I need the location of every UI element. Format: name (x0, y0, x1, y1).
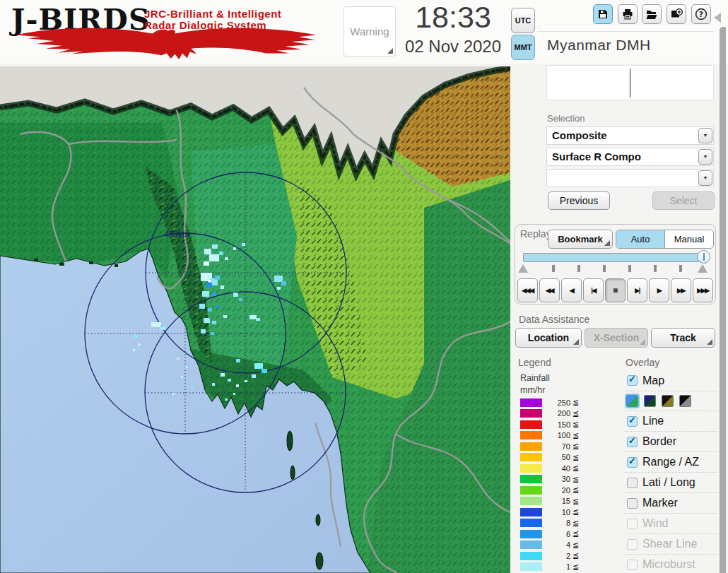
overlay-item-label: Border (642, 435, 676, 448)
select-button[interactable]: Select (652, 191, 715, 210)
help-icon: ? (695, 8, 708, 20)
forward-button[interactable]: ▶▶ (671, 278, 691, 302)
rainfall-legend: 250≦200≦150≦100≦70≦50≦40≦30≦20≦15≦10≦8≦6… (520, 397, 598, 572)
overlay-item-microburst: Microburst (625, 554, 718, 573)
track-button[interactable]: Track (651, 328, 715, 348)
map-style-swatches (625, 391, 718, 410)
add-image-button[interactable] (667, 4, 686, 24)
legend-color-swatch (520, 552, 542, 560)
open-file-icon (645, 8, 658, 20)
map-style-swatch-3[interactable] (662, 395, 674, 407)
checkbox-wind (627, 519, 638, 529)
product-info-divider (630, 69, 630, 98)
print-button[interactable] (618, 4, 638, 24)
stop-button[interactable]: ■ (605, 278, 626, 302)
legend-row: 2≦ (520, 550, 598, 562)
chevron-down-icon[interactable]: ▼ (698, 149, 712, 165)
checkbox-range-az[interactable] (627, 457, 638, 468)
radar-map-canvas: 450km (0, 66, 512, 573)
legend-value: 200 (542, 409, 570, 418)
warning-button[interactable]: Warning (344, 6, 396, 57)
legend-lte-symbol: ≦ (573, 551, 579, 560)
clock-date: 02 Nov 2020 (393, 37, 513, 57)
rewind-fast-button[interactable]: ◀◀◀ (517, 278, 538, 302)
replay-mode-segment: Auto Manual (616, 230, 714, 249)
x-section-button[interactable]: X-Section (585, 328, 648, 348)
overlay-item-shear-line: Shear Line (625, 533, 718, 554)
forward-fast-button[interactable]: ▶▶▶ (693, 278, 713, 302)
open-file-button[interactable] (642, 4, 662, 24)
step-forward-button[interactable]: ▶| (627, 278, 647, 302)
play-reverse-button[interactable]: ◀ (561, 278, 582, 302)
legend-row: 70≦ (520, 441, 598, 452)
legend-lte-symbol: ≦ (573, 562, 579, 572)
map-style-swatch-1[interactable] (626, 395, 638, 407)
slider-tick (603, 265, 606, 272)
legend-value: 250 (542, 398, 570, 407)
legend-lte-symbol: ≦ (573, 475, 579, 484)
auto-mode-button[interactable]: Auto (616, 230, 665, 248)
legend-row: 6≦ (520, 528, 598, 540)
bookmark-button[interactable]: Bookmark (548, 230, 613, 249)
slider-tick (679, 265, 682, 272)
legend-value: 50 (542, 453, 570, 461)
overlay-item-wind: Wind (625, 513, 718, 533)
legend-lte-symbol: ≦ (573, 485, 579, 495)
dropdown-value: Surface R Compo (552, 150, 641, 163)
eagle-logo-icon (7, 25, 325, 61)
legend-lte-symbol: ≦ (573, 463, 579, 473)
dropdown-product-type[interactable]: Surface R Compo ▼ (546, 148, 714, 166)
checkbox-line[interactable] (627, 416, 638, 427)
legend-value: 40 (542, 464, 570, 473)
product-info-box (546, 65, 714, 100)
legend-color-swatch (520, 508, 542, 516)
slider-tick (654, 265, 657, 272)
legend-value: 4 (542, 540, 570, 549)
overlay-item-label: Shear Line (642, 538, 697, 550)
site-title: Myanmar DMH (547, 37, 651, 54)
svg-text:?: ? (699, 10, 703, 19)
checkbox-marker[interactable] (627, 498, 638, 509)
legend-lte-symbol: ≦ (573, 442, 579, 451)
step-back-button[interactable]: |◀ (583, 278, 604, 302)
overlay-item-label: Line (642, 415, 664, 427)
slider-tick (628, 265, 631, 272)
print-icon (621, 8, 634, 20)
location-button[interactable]: Location (515, 328, 582, 348)
chevron-down-icon[interactable]: ▼ (698, 128, 712, 143)
legend-row: 1≦ (520, 562, 598, 573)
add-image-icon (670, 8, 683, 20)
map-style-swatch-2[interactable] (644, 395, 656, 407)
legend-lte-symbol: ≦ (573, 420, 579, 429)
checkbox-border[interactable] (627, 437, 638, 447)
overlay-item-line: Line (625, 410, 718, 431)
legend-lte-symbol: ≦ (573, 529, 579, 538)
rewind-button[interactable]: ◀◀ (539, 278, 560, 302)
panel-collapse-arrow-icon[interactable] (714, 13, 721, 23)
replay-range-start-marker[interactable] (518, 264, 528, 273)
previous-button[interactable]: Previous (548, 191, 610, 210)
play-button[interactable]: ▶ (649, 278, 669, 302)
replay-range-end-marker[interactable] (698, 264, 708, 273)
map-style-swatch-4[interactable] (679, 395, 691, 407)
timezone-utc-button[interactable]: UTC (511, 8, 535, 33)
checkbox-lati-long[interactable] (627, 478, 638, 488)
clock-time: 18:33 (400, 0, 506, 35)
legend-value: 2 (542, 552, 570, 560)
legend-value: 15 (542, 497, 570, 505)
replay-group: Replay Bookmark Auto Manual ◀◀◀◀◀◀|◀■▶|▶… (515, 224, 716, 305)
map-viewport[interactable]: 450km (0, 66, 512, 573)
timezone-mmt-button[interactable]: MMT (511, 35, 535, 60)
manual-mode-button[interactable]: Manual (665, 230, 713, 248)
replay-slider-handle[interactable] (697, 250, 710, 264)
help-button[interactable]: ? (691, 4, 711, 24)
chevron-down-icon[interactable]: ▼ (698, 170, 712, 186)
replay-slider-track[interactable] (523, 253, 708, 262)
save-button[interactable] (593, 4, 613, 24)
dropdown-product-option[interactable]: ▼ (546, 169, 714, 187)
legend-color-swatch (520, 562, 542, 571)
vertical-scrollbar[interactable] (720, 27, 726, 573)
dropdown-product-category[interactable]: Composite ▼ (546, 126, 714, 145)
checkbox-map[interactable] (627, 375, 638, 386)
legend-color-swatch (520, 464, 542, 473)
